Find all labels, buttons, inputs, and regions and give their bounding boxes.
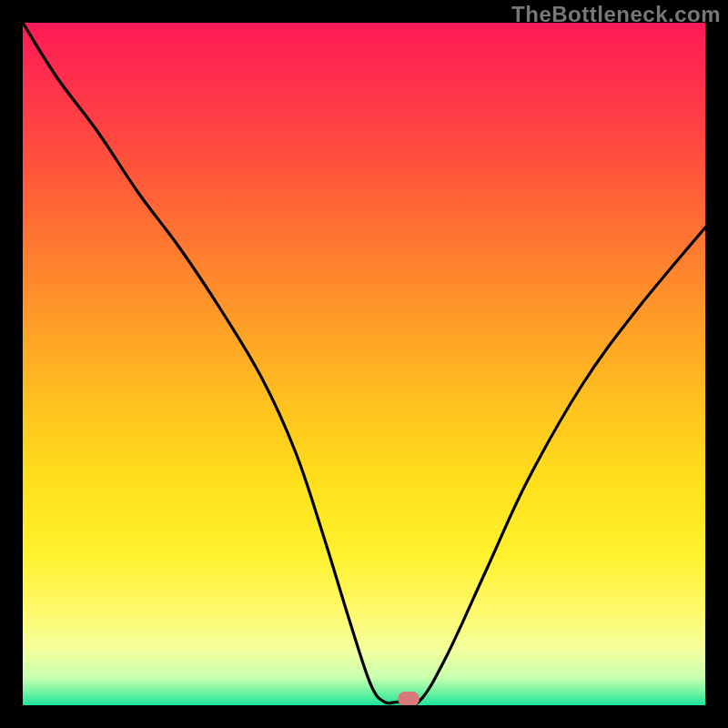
plot-area — [23, 23, 705, 705]
chart-frame: TheBottleneck.com — [0, 0, 728, 728]
watermark-text: TheBottleneck.com — [511, 2, 721, 27]
optimal-point-marker — [398, 692, 420, 706]
bottleneck-curve — [23, 23, 705, 705]
